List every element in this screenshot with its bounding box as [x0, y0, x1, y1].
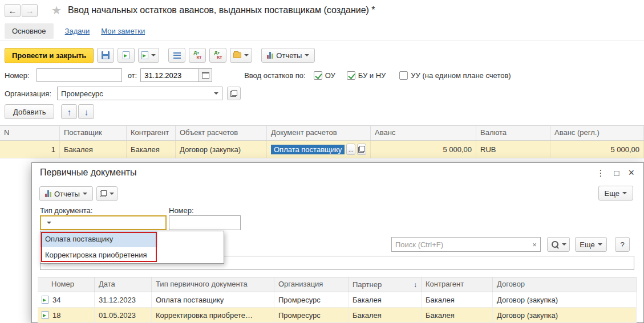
organization-row: Организация: Промресурс — [0, 85, 241, 101]
col-n[interactable]: N — [0, 126, 60, 140]
document-icon — [42, 311, 48, 319]
add-button[interactable]: Добавить — [5, 104, 54, 119]
organization-open-button[interactable] — [227, 87, 241, 100]
cell-doc-type[interactable]: Оплата поставщику — [152, 292, 274, 308]
settlement-doc-ellipsis-button[interactable]: ... — [346, 144, 355, 155]
col-counterparty[interactable]: Контрагент — [127, 126, 176, 140]
arrow-down-icon: ↓ — [84, 107, 89, 117]
structure-button[interactable] — [230, 48, 252, 63]
cell-partner[interactable]: Бакалея — [349, 292, 422, 308]
cell-org[interactable]: Промресурс — [274, 292, 349, 308]
cell-supplier[interactable]: Бакалея — [60, 141, 127, 158]
dialog-more-button[interactable]: Еще — [575, 237, 607, 252]
checkbox-bu-box[interactable] — [347, 71, 355, 80]
settlement-doc-open-button[interactable] — [357, 144, 366, 155]
table-row[interactable]: 34 31.12.2023 Оплата поставщику Промресу… — [38, 292, 637, 308]
cell-number[interactable]: 34 — [38, 292, 95, 308]
cell-contract[interactable]: Договор (закупка) — [493, 292, 637, 308]
cell-partner[interactable]: Бакалея — [349, 308, 422, 323]
cell-date[interactable]: 31.12.2023 — [95, 292, 152, 308]
date-label: от: — [128, 71, 137, 80]
cell-counterparty[interactable]: Бакалея — [127, 141, 176, 158]
col-doc-type[interactable]: Тип первичного документа — [152, 277, 274, 292]
dialog-more-top-button[interactable]: Еще — [598, 186, 633, 201]
save-button[interactable] — [97, 48, 114, 63]
col-settlement-object[interactable]: Объект расчетов — [176, 126, 267, 140]
create-based-on-button[interactable] — [138, 48, 159, 63]
advances-table-header: N Поставщик Контрагент Объект расчетов Д… — [0, 125, 644, 141]
calendar-button[interactable] — [199, 68, 212, 82]
col-org[interactable]: Организация — [274, 277, 349, 292]
search-field: × — [391, 237, 541, 252]
close-icon[interactable]: × — [628, 169, 634, 177]
checkbox-uu[interactable]: УУ (на едином плане счетов) — [399, 71, 511, 80]
col-contract[interactable]: Договор — [493, 277, 637, 292]
search-input[interactable] — [392, 240, 529, 249]
back-button[interactable]: ← — [5, 4, 21, 17]
register-records-button[interactable] — [168, 48, 185, 63]
post-button[interactable] — [118, 48, 135, 63]
dropdown-item-correction[interactable]: Корректировка приобретения — [40, 247, 224, 263]
tab-tasks[interactable]: Задачи — [65, 27, 90, 35]
cell-advance-reg[interactable]: 5 000,00 — [550, 141, 644, 158]
cell-date[interactable]: 01.05.2023 — [95, 308, 152, 323]
settlement-doc-selected-value[interactable]: Оплата поставщику — [271, 145, 345, 154]
forward-button[interactable]: → — [22, 4, 38, 17]
tab-notes[interactable]: Мои заметки — [101, 27, 145, 35]
checkbox-uu-box[interactable] — [399, 71, 408, 80]
checkbox-ou-box[interactable] — [314, 71, 322, 80]
cell-currency[interactable]: RUB — [476, 141, 550, 158]
move-down-button[interactable]: ↓ — [78, 104, 94, 119]
cell-org[interactable]: Промресурс — [274, 308, 349, 323]
table-row[interactable]: 18 01.05.2023 Корректировка приобрете… П… — [38, 308, 637, 323]
window-menu-icon[interactable]: ⋮ — [596, 169, 605, 177]
number-input[interactable] — [37, 68, 122, 82]
cell-n[interactable]: 1 — [0, 141, 60, 158]
col-currency[interactable]: Валюта — [476, 126, 550, 140]
col-number[interactable]: Номер — [38, 277, 95, 292]
documents-table: Номер Дата Тип первичного документа Орга… — [38, 277, 637, 323]
dtkt-button[interactable]: ДтКт — [189, 48, 206, 63]
col-advance[interactable]: Аванс — [371, 126, 476, 140]
cell-contract[interactable]: Договор (закупка) — [493, 308, 637, 323]
cell-settlement-object[interactable]: Договор (закупка) — [176, 141, 267, 158]
help-button[interactable]: ? — [615, 237, 630, 252]
col-settlement-doc[interactable]: Документ расчетов — [267, 126, 371, 140]
move-up-button[interactable]: ↑ — [61, 104, 77, 119]
col-partner[interactable]: Партнер↓ — [349, 277, 422, 292]
checkbox-ou[interactable]: ОУ — [314, 71, 335, 80]
search-clear-icon[interactable]: × — [529, 240, 540, 249]
favorite-star-icon[interactable]: ★ — [51, 5, 62, 16]
partner-label: Партнер — [353, 278, 382, 292]
tab-main[interactable]: Основное — [5, 23, 54, 39]
reports-button[interactable]: Отчеты — [261, 48, 315, 63]
dialog-reports-button[interactable]: Отчеты — [39, 186, 93, 201]
col-supplier[interactable]: Поставщик — [60, 126, 127, 140]
back-icon: ← — [9, 6, 17, 15]
cell-number[interactable]: 18 — [38, 308, 95, 323]
search-options-button[interactable] — [547, 237, 570, 252]
doc-number-input[interactable] — [169, 215, 241, 230]
checkbox-bu[interactable]: БУ и НУ — [347, 71, 386, 80]
cell-doc-type[interactable]: Корректировка приобрете… — [152, 308, 274, 323]
date-input[interactable] — [140, 68, 199, 82]
cell-settlement-doc[interactable]: Оплата поставщику ... — [267, 141, 371, 158]
save-icon — [102, 51, 110, 59]
chevron-down-icon — [110, 193, 114, 195]
maximize-icon[interactable]: □ — [614, 169, 619, 177]
organization-label: Организация: — [5, 89, 51, 98]
cell-advance[interactable]: 5 000,00 — [371, 141, 476, 158]
col-date[interactable]: Дата — [95, 277, 152, 292]
dialog-titlebar: Первичные документы ⋮ □ × — [32, 163, 643, 182]
cell-counterparty[interactable]: Бакалея — [422, 308, 493, 323]
dtkt-alt-button[interactable]: ДтКт — [209, 48, 226, 63]
doc-type-combobox[interactable] — [40, 215, 167, 230]
col-advance-reg[interactable]: Аванс (регл.) — [550, 126, 644, 140]
dropdown-item-payment[interactable]: Оплата поставщику — [40, 231, 157, 247]
post-and-close-button[interactable]: Провести и закрыть — [5, 48, 94, 63]
col-counterparty[interactable]: Контрагент — [422, 277, 493, 292]
table-row[interactable]: 1 Бакалея Бакалея Договор (закупка) Опла… — [0, 141, 644, 158]
cell-counterparty[interactable]: Бакалея — [422, 292, 493, 308]
organization-combobox[interactable]: Промресурс — [57, 87, 222, 100]
dialog-export-button[interactable] — [96, 186, 118, 201]
